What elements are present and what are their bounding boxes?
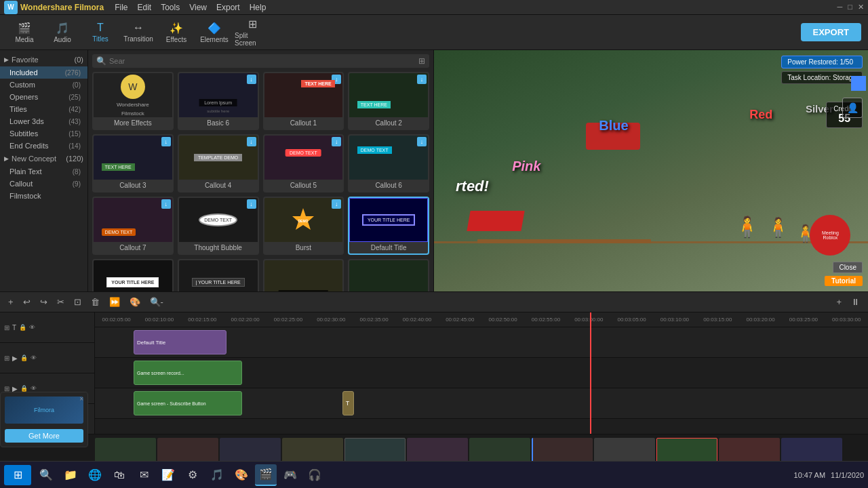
tl-redo-btn[interactable]: ↪	[37, 296, 50, 308]
thumb-basic6[interactable]: ↓ Lorem Ipsum subtitle here Basic 6	[178, 72, 259, 130]
taskbar-mail[interactable]: ✉	[133, 464, 155, 486]
thumb-default-title[interactable]: YOUR TITLE HERE Default Title	[348, 197, 429, 255]
thumb-thought-bubble[interactable]: ↓ DEMO TEXT Thought Bubble	[178, 197, 259, 255]
menu-file[interactable]: File	[115, 3, 127, 12]
tl-cut-btn[interactable]: ✂	[54, 296, 67, 308]
tl-color-btn[interactable]: 🎨	[127, 296, 143, 308]
download-callout5[interactable]: ↓	[332, 137, 341, 146]
thumb-more-effects[interactable]: W Wondershare Filmstock More Effects	[92, 72, 174, 130]
preview-bg: Pink Blue Red Silver 🧍 🧍 🧍 rted! Meeting…	[434, 50, 868, 291]
tl-crop-btn[interactable]: ⊡	[71, 296, 84, 308]
export-button[interactable]: EXPORT	[801, 23, 861, 41]
ruler-marks-container: 00:02:05:00 00:02:10:00 00:02:15:00 00:0…	[95, 317, 868, 323]
taskbar-file-explorer[interactable]: 📁	[60, 464, 81, 486]
thumb-label-basic6: Basic 6	[179, 117, 258, 129]
new-concept-section[interactable]: ▶ New Concept (120)	[0, 152, 87, 165]
new-concept-label: New Concept	[12, 155, 56, 163]
menu-help[interactable]: Help	[250, 3, 267, 12]
clip-game-record[interactable]: Game screen record...	[134, 361, 242, 385]
toolbar: 🎬 Media 🎵 Audio T Titles ↔ Transition ✨ …	[0, 15, 868, 50]
grid-view-icon[interactable]: ⊞	[418, 56, 425, 66]
tool-titles[interactable]: T Titles	[83, 18, 118, 47]
taskbar-search[interactable]: 🔍	[35, 464, 57, 486]
taskbar-edge[interactable]: 🌐	[84, 464, 106, 486]
tool-split-screen[interactable]: ⊞ Split Screen	[235, 18, 270, 47]
tool-elements[interactable]: 🔷 Elements	[197, 18, 232, 47]
new-concept-chevron: ▶	[4, 155, 9, 162]
thumb-callout7[interactable]: ↓ DEMO TEXT Callout 7	[92, 197, 174, 255]
media-icon: 🎬	[18, 22, 31, 35]
custom-item[interactable]: Custom (0)	[0, 79, 87, 91]
minimize-btn[interactable]: ─	[837, 3, 843, 12]
taskbar-filmora-active[interactable]: 🎬	[255, 464, 277, 486]
tool-effects[interactable]: ✨ Effects	[159, 18, 194, 47]
callout-item[interactable]: Callout (9)	[0, 178, 87, 190]
download-callout4[interactable]: ↓	[247, 137, 256, 146]
clip-text-marker[interactable]: T	[342, 391, 354, 415]
subtitles-item[interactable]: Subtitles (15)	[0, 127, 87, 140]
tl-undo-btn[interactable]: ↩	[20, 296, 33, 308]
menu-view[interactable]: View	[189, 3, 207, 12]
taskbar-spotify[interactable]: 🎧	[304, 464, 326, 486]
tl-pause-tl-btn[interactable]: ⏸	[848, 296, 863, 308]
menu-edit[interactable]: Edit	[137, 3, 151, 12]
plain-text-item[interactable]: Plain Text (8)	[0, 165, 87, 178]
close-btn[interactable]: ✕	[858, 3, 864, 12]
included-item[interactable]: Included (276)	[0, 66, 87, 79]
thumb-callout6[interactable]: ↓ DEMO TEXT Callout 6	[348, 134, 429, 192]
filmstock-item[interactable]: Filmstock	[0, 190, 87, 202]
search-input[interactable]	[109, 57, 372, 65]
thumb-title3[interactable]: YOUR TITLE HERE YOUR TITLE HERE YOUR TIT…	[263, 259, 344, 291]
end-credits-item[interactable]: End Credits (14)	[0, 140, 87, 152]
thumb-callout5[interactable]: ↓ DEMO TEXT Callout 5	[263, 134, 344, 192]
clip-default-title[interactable]: Default Title	[134, 330, 226, 354]
download-callout6[interactable]: ↓	[417, 137, 427, 146]
thumb-callout4[interactable]: ↓ TEMPLATE DEMO Callout 4	[178, 134, 259, 192]
playhead[interactable]	[590, 312, 591, 434]
tutorial-btn[interactable]: Tutorial	[825, 276, 863, 286]
tl-zoom-out-btn[interactable]: 🔍-	[147, 296, 166, 308]
thumb-title1[interactable]: YOUR TITLE HERE YOUR TITLE HERE	[92, 259, 174, 291]
taskbar-settings[interactable]: ⚙	[182, 464, 203, 486]
red-label: Red	[749, 108, 772, 122]
burst-svg: DEMO	[290, 207, 317, 234]
thumb-burst[interactable]: ↓ DEMO Burst	[263, 197, 344, 255]
download-callout3[interactable]: ↓	[161, 137, 171, 146]
openers-item[interactable]: Openers (25)	[0, 91, 87, 103]
tool-audio[interactable]: 🎵 Audio	[45, 18, 80, 47]
lower3ds-item[interactable]: Lower 3ds (43)	[0, 115, 87, 127]
taskbar-roblox[interactable]: 🎮	[279, 464, 301, 486]
close-preview-btn[interactable]: Close	[833, 262, 863, 273]
titles-item[interactable]: Titles (42)	[0, 103, 87, 115]
thumb-callout1[interactable]: ↓ TEXT HERE Callout 1	[263, 72, 344, 130]
menu-export[interactable]: Export	[216, 3, 240, 12]
tl-zoom-in-btn[interactable]: +	[833, 296, 844, 308]
download-burst[interactable]: ↓	[332, 199, 341, 209]
taskbar-music[interactable]: 🎵	[206, 464, 228, 486]
tool-media[interactable]: 🎬 Media	[7, 18, 42, 47]
clip-subscribe[interactable]: Game screen - Subscribe Button	[134, 391, 242, 415]
tl-speed-btn[interactable]: ⏩	[106, 296, 123, 308]
tl-add-track-btn[interactable]: +	[5, 296, 16, 308]
maximize-btn[interactable]: □	[848, 3, 852, 12]
search-icon: 🔍	[96, 56, 106, 66]
taskbar-note[interactable]: 📝	[157, 464, 179, 486]
taskbar-paint[interactable]: 🎨	[231, 464, 252, 486]
thumb-label-callout4: Callout 4	[179, 180, 258, 191]
thumb-title4[interactable]: YOUR TITLE HERE YOUR TITLE HERE	[348, 259, 429, 291]
download-callout7[interactable]: ↓	[161, 199, 171, 209]
start-button[interactable]: ⊞	[4, 465, 31, 485]
tool-transition[interactable]: ↔ Transition	[121, 18, 156, 47]
thumb-title2[interactable]: | YOUR TITLE HERE YOUR TITLE HERE	[178, 259, 259, 291]
thumb-callout2[interactable]: ↓ TEXT HERE Callout 2	[348, 72, 429, 130]
tl-delete-btn[interactable]: 🗑	[88, 296, 102, 308]
favorite-section[interactable]: ▶ Favorite (0)	[0, 53, 87, 66]
left-panel-body: ▶ Favorite (0) Included (276) Custom (0)…	[0, 50, 433, 291]
download-callout2[interactable]: ↓	[417, 75, 427, 84]
preview-area: Pink Blue Red Silver 🧍 🧍 🧍 rted! Meeting…	[434, 50, 868, 291]
taskbar-store[interactable]: 🛍	[108, 464, 130, 486]
menu-tools[interactable]: Tools	[161, 3, 180, 12]
thumb-callout3[interactable]: ↓ TEXT HERE Callout 3	[92, 134, 174, 192]
download-basic6[interactable]: ↓	[247, 75, 256, 84]
download-thought[interactable]: ↓	[247, 199, 256, 209]
